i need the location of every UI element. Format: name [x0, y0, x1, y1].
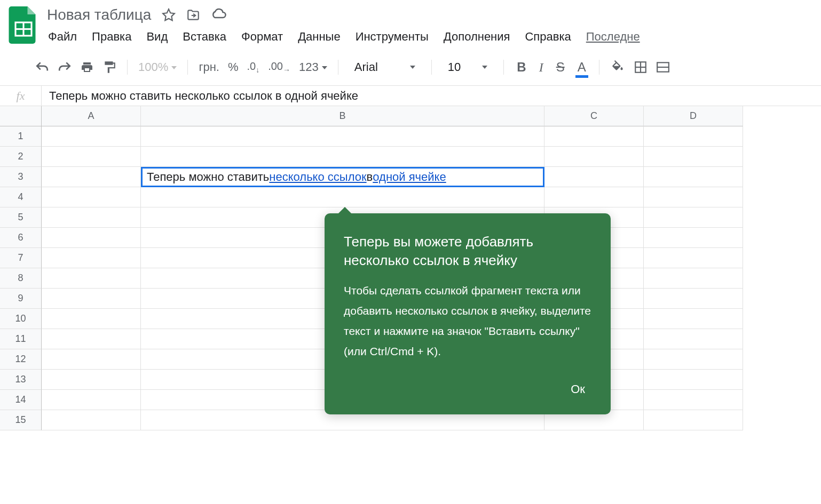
- cell-link[interactable]: одной ячейке: [373, 170, 446, 184]
- column-header[interactable]: A: [42, 106, 141, 126]
- undo-button[interactable]: [32, 58, 52, 76]
- row-header[interactable]: 3: [0, 167, 42, 187]
- row-header[interactable]: 5: [0, 207, 42, 228]
- row-header[interactable]: 12: [0, 349, 42, 370]
- cell-text: в: [367, 170, 373, 184]
- menu-format[interactable]: Формат: [240, 28, 284, 46]
- print-button[interactable]: [77, 58, 97, 77]
- cell[interactable]: [42, 126, 141, 147]
- increase-decimal-button[interactable]: .00→: [265, 57, 294, 77]
- cell[interactable]: [544, 147, 644, 167]
- row-header[interactable]: 4: [0, 187, 42, 207]
- document-title[interactable]: Новая таблица: [47, 6, 151, 23]
- cell[interactable]: [644, 147, 743, 167]
- row-header[interactable]: 14: [0, 390, 42, 410]
- row-header[interactable]: 13: [0, 370, 42, 390]
- menu-data[interactable]: Данные: [297, 28, 341, 46]
- cell[interactable]: [42, 410, 141, 430]
- cell[interactable]: [42, 289, 141, 309]
- text-color-button[interactable]: A: [572, 57, 591, 78]
- cell[interactable]: [42, 268, 141, 289]
- row-header[interactable]: 6: [0, 228, 42, 248]
- cell[interactable]: [644, 329, 743, 349]
- row-header[interactable]: 2: [0, 147, 42, 167]
- cell-link[interactable]: несколько ссылок: [269, 170, 366, 184]
- strikethrough-button[interactable]: S: [551, 57, 570, 78]
- cell[interactable]: [644, 207, 743, 228]
- cell[interactable]: [644, 268, 743, 289]
- cell[interactable]: [42, 309, 141, 329]
- toolbar: 100% грн. % .0↓ .00→ 123 Arial 10 B I S …: [0, 46, 821, 86]
- tooltip-body: Чтобы сделать ссылкой фрагмент текста ил…: [344, 281, 591, 361]
- menu-tools[interactable]: Инструменты: [354, 28, 430, 46]
- tooltip-ok-button[interactable]: Ок: [564, 378, 591, 401]
- cell[interactable]: [141, 147, 544, 167]
- column-header[interactable]: D: [644, 106, 743, 126]
- menu-addons[interactable]: Дополнения: [443, 28, 511, 46]
- row-header[interactable]: 8: [0, 268, 42, 289]
- cell[interactable]: [644, 187, 743, 207]
- cell[interactable]: [42, 349, 141, 370]
- borders-button[interactable]: [630, 57, 651, 77]
- font-size-select[interactable]: 10: [439, 60, 496, 74]
- cell[interactable]: [644, 390, 743, 410]
- bold-button[interactable]: B: [511, 57, 531, 78]
- cell[interactable]: [644, 370, 743, 390]
- cloud-status-icon[interactable]: [211, 8, 227, 22]
- cell[interactable]: [544, 167, 644, 187]
- move-icon[interactable]: [186, 8, 200, 22]
- cell[interactable]: [644, 309, 743, 329]
- column-header[interactable]: C: [544, 106, 644, 126]
- cell[interactable]: [544, 126, 644, 147]
- zoom-select[interactable]: 100%: [135, 60, 180, 74]
- cell[interactable]: [644, 228, 743, 248]
- menu-insert[interactable]: Вставка: [181, 28, 227, 46]
- cell[interactable]: [42, 187, 141, 207]
- fill-color-button[interactable]: [607, 57, 628, 77]
- redo-button[interactable]: [54, 58, 75, 76]
- menu-last-edit[interactable]: Последне: [585, 28, 641, 46]
- row-header[interactable]: 15: [0, 410, 42, 430]
- row-header[interactable]: 11: [0, 329, 42, 349]
- menu-help[interactable]: Справка: [524, 28, 572, 46]
- cell[interactable]: [644, 289, 743, 309]
- menu-edit[interactable]: Правка: [91, 28, 132, 46]
- number-format-select[interactable]: 123: [296, 60, 330, 74]
- selected-cell-b3[interactable]: Теперь можно ставить несколько ссылок в …: [141, 167, 544, 187]
- cell[interactable]: [141, 126, 544, 147]
- cell[interactable]: [141, 187, 544, 207]
- cell[interactable]: [42, 390, 141, 410]
- row-header[interactable]: 9: [0, 289, 42, 309]
- cell[interactable]: [42, 147, 141, 167]
- row-header[interactable]: 7: [0, 248, 42, 268]
- cell[interactable]: [544, 187, 644, 207]
- decrease-decimal-button[interactable]: .0↓: [244, 57, 263, 77]
- row-header[interactable]: 1: [0, 126, 42, 147]
- sheets-logo-icon[interactable]: [9, 6, 38, 44]
- merge-cells-button[interactable]: [653, 57, 673, 77]
- font-select[interactable]: Arial: [346, 60, 424, 74]
- cell[interactable]: [644, 248, 743, 268]
- paint-format-button[interactable]: [99, 57, 120, 77]
- column-header[interactable]: B: [141, 106, 544, 126]
- currency-button[interactable]: грн.: [195, 60, 223, 74]
- formula-input[interactable]: Теперь можно ставить несколько ссылок в …: [42, 89, 821, 103]
- menu-file[interactable]: Файл: [47, 28, 78, 46]
- cell[interactable]: [644, 349, 743, 370]
- cell[interactable]: [42, 329, 141, 349]
- cell[interactable]: [42, 167, 141, 187]
- cell[interactable]: [644, 126, 743, 147]
- star-icon[interactable]: [162, 8, 176, 22]
- app-header: Новая таблица Файл Правка Вид Вставка Фо…: [0, 0, 821, 46]
- percent-button[interactable]: %: [225, 60, 242, 74]
- row-header[interactable]: 10: [0, 309, 42, 329]
- menu-view[interactable]: Вид: [145, 28, 169, 46]
- cell[interactable]: [42, 228, 141, 248]
- cell[interactable]: [644, 410, 743, 430]
- cell[interactable]: [644, 167, 743, 187]
- cell[interactable]: [42, 370, 141, 390]
- select-all-corner[interactable]: [0, 106, 42, 126]
- cell[interactable]: [42, 248, 141, 268]
- italic-button[interactable]: I: [534, 57, 549, 78]
- cell[interactable]: [42, 207, 141, 228]
